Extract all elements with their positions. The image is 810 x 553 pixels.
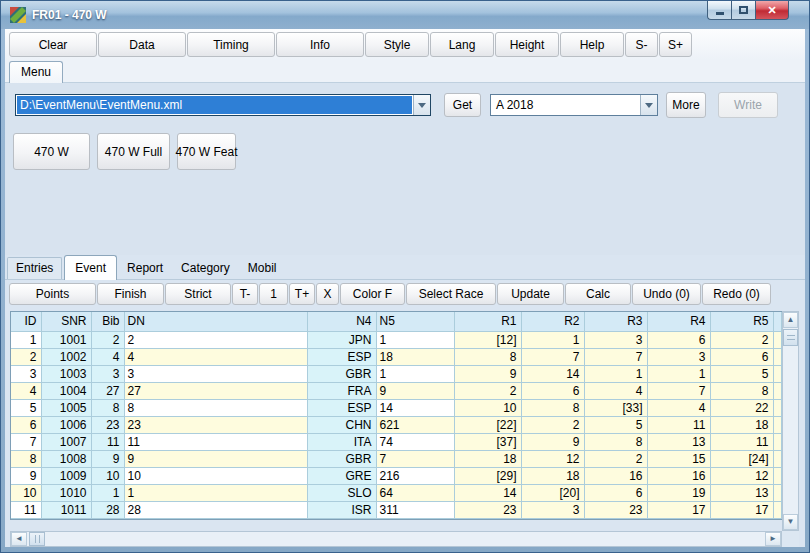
vertical-scrollbar-thumb[interactable] <box>783 329 798 346</box>
cell-n5[interactable]: 621 <box>376 416 454 433</box>
cell-dn[interactable]: 2 <box>124 331 307 348</box>
cell-bib[interactable]: 10 <box>91 467 124 484</box>
cell-r1[interactable]: 2 <box>454 382 521 399</box>
cell-dn[interactable]: 1 <box>124 484 307 501</box>
cell-snr[interactable]: 1009 <box>41 467 91 484</box>
get-button[interactable]: Get <box>444 93 481 117</box>
cell-r4[interactable]: 4 <box>647 399 710 416</box>
class-button-470-w-full[interactable]: 470 W Full <box>97 133 170 170</box>
cell-id[interactable]: 3 <box>11 365 41 382</box>
cell-r4[interactable]: 19 <box>647 484 710 501</box>
toolbar-button-t[interactable]: T+ <box>289 283 315 305</box>
cell-r3[interactable]: 3 <box>584 331 647 348</box>
toolbar-button-1[interactable]: 1 <box>259 283 288 305</box>
toolbar-button-redo-0[interactable]: Redo (0) <box>702 283 771 305</box>
cell-r3[interactable]: 16 <box>584 467 647 484</box>
cell-bib[interactable]: 11 <box>91 433 124 450</box>
cell-bib[interactable]: 4 <box>91 348 124 365</box>
cell-r2[interactable]: 18 <box>521 467 584 484</box>
cell-id[interactable]: 6 <box>11 416 41 433</box>
horizontal-scrollbar-thumb[interactable] <box>29 532 45 546</box>
column-header-bib[interactable]: Bib <box>91 312 124 331</box>
cell-r5[interactable]: 18 <box>710 416 773 433</box>
cell-snr[interactable]: 1005 <box>41 399 91 416</box>
cell-r3[interactable]: 4 <box>584 382 647 399</box>
cell-id[interactable]: 9 <box>11 467 41 484</box>
tab-event[interactable]: Event <box>64 255 117 280</box>
tab-category[interactable]: Category <box>173 258 238 279</box>
cell-r3[interactable]: 2 <box>584 450 647 467</box>
column-header-dn[interactable]: DN <box>124 312 307 331</box>
toolbar-button-data[interactable]: Data <box>98 32 186 57</box>
cell-n5[interactable]: 1 <box>376 365 454 382</box>
cell-snr[interactable]: 1003 <box>41 365 91 382</box>
cell-r4[interactable]: 3 <box>647 348 710 365</box>
cell-r4[interactable]: 17 <box>647 501 710 518</box>
toolbar-button-help[interactable]: Help <box>560 32 624 57</box>
cell-r2[interactable]: 8 <box>521 399 584 416</box>
cell-bib[interactable]: 23 <box>91 416 124 433</box>
cell-snr[interactable]: 1007 <box>41 433 91 450</box>
cell-r1[interactable]: [12] <box>454 331 521 348</box>
cell-r1[interactable]: 9 <box>454 365 521 382</box>
vertical-scrollbar[interactable]: ▲ ▼ <box>782 311 799 531</box>
cell-r2[interactable]: [20] <box>521 484 584 501</box>
cell-snr[interactable]: 1010 <box>41 484 91 501</box>
cell-r5[interactable]: 2 <box>710 331 773 348</box>
cell-dn[interactable]: 4 <box>124 348 307 365</box>
cell-bib[interactable]: 28 <box>91 501 124 518</box>
cell-id[interactable]: 5 <box>11 399 41 416</box>
event-combobox-value[interactable]: A 2018 <box>491 95 640 115</box>
cell-bib[interactable]: 1 <box>91 484 124 501</box>
column-header-n4[interactable]: N4 <box>307 312 376 331</box>
cell-snr[interactable]: 1008 <box>41 450 91 467</box>
cell-n4[interactable]: GBR <box>307 365 376 382</box>
cell-r2[interactable]: 2 <box>521 416 584 433</box>
event-menu-path-combobox[interactable]: D:\EventMenu\EventMenu.xml <box>15 94 431 116</box>
cell-r2[interactable]: 12 <box>521 450 584 467</box>
cell-n5[interactable]: 64 <box>376 484 454 501</box>
tab-mobil[interactable]: Mobil <box>240 258 285 279</box>
dropdown-arrow-button[interactable] <box>413 95 430 115</box>
tab-entries[interactable]: Entries <box>7 257 62 279</box>
toolbar-button-select-race[interactable]: Select Race <box>406 283 496 305</box>
cell-n4[interactable]: ESP <box>307 399 376 416</box>
cell-n4[interactable]: JPN <box>307 331 376 348</box>
cell-n5[interactable]: 9 <box>376 382 454 399</box>
cell-r1[interactable]: [22] <box>454 416 521 433</box>
cell-r1[interactable]: 14 <box>454 484 521 501</box>
cell-r3[interactable]: 5 <box>584 416 647 433</box>
cell-r2[interactable]: 14 <box>521 365 584 382</box>
cell-r1[interactable]: 18 <box>454 450 521 467</box>
toolbar-button-color-f[interactable]: Color F <box>340 283 405 305</box>
cell-id[interactable]: 2 <box>11 348 41 365</box>
title-bar[interactable]: FR01 - 470 W ✕ <box>1 1 809 29</box>
cell-n5[interactable]: 311 <box>376 501 454 518</box>
column-header-r4[interactable]: R4 <box>647 312 710 331</box>
scroll-left-button[interactable]: ◄ <box>11 532 27 546</box>
cell-r4[interactable]: 1 <box>647 365 710 382</box>
cell-r5[interactable]: 11 <box>710 433 773 450</box>
close-button[interactable]: ✕ <box>755 1 789 20</box>
toolbar-button-strict[interactable]: Strict <box>165 283 231 305</box>
cell-r4[interactable]: 15 <box>647 450 710 467</box>
cell-r1[interactable]: 23 <box>454 501 521 518</box>
cell-n5[interactable]: 14 <box>376 399 454 416</box>
cell-r5[interactable]: 17 <box>710 501 773 518</box>
toolbar-button-height[interactable]: Height <box>495 32 559 57</box>
cell-n4[interactable]: ITA <box>307 433 376 450</box>
more-button[interactable]: More <box>666 92 706 118</box>
cell-bib[interactable]: 3 <box>91 365 124 382</box>
column-header-n5[interactable]: N5 <box>376 312 454 331</box>
cell-bib[interactable]: 8 <box>91 399 124 416</box>
toolbar-button-info[interactable]: Info <box>276 32 364 57</box>
event-combobox[interactable]: A 2018 <box>490 94 658 116</box>
column-header-snr[interactable]: SNR <box>41 312 91 331</box>
cell-n5[interactable]: 18 <box>376 348 454 365</box>
cell-r2[interactable]: 3 <box>521 501 584 518</box>
tab-menu[interactable]: Menu <box>9 61 63 83</box>
cell-r4[interactable]: 11 <box>647 416 710 433</box>
cell-r5[interactable]: 8 <box>710 382 773 399</box>
cell-n4[interactable]: GBR <box>307 450 376 467</box>
cell-n5[interactable]: 216 <box>376 467 454 484</box>
